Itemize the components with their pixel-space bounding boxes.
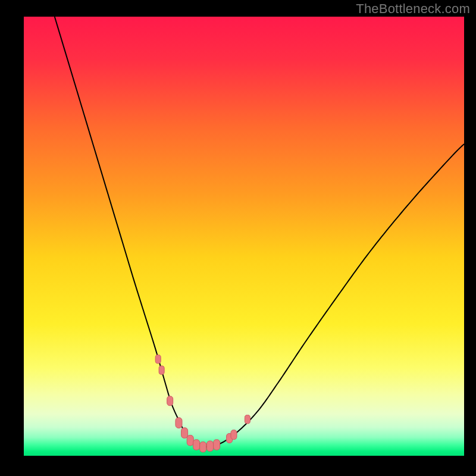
- curve-marker: [245, 415, 250, 424]
- curve-marker: [214, 440, 220, 450]
- curve-marker: [200, 441, 206, 452]
- curve-marker: [159, 366, 164, 374]
- watermark-label: TheBottleneck.com: [356, 1, 470, 17]
- curve-marker: [231, 430, 237, 440]
- curve-marker: [155, 355, 161, 363]
- chart-frame: TheBottleneck.com: [0, 0, 476, 476]
- curve-marker: [193, 440, 200, 450]
- plot-area: [24, 17, 464, 456]
- curve-marker: [187, 435, 193, 446]
- chart-svg: [24, 17, 464, 456]
- plot-background: [24, 17, 464, 456]
- curve-marker: [176, 418, 182, 428]
- curve-marker: [207, 441, 214, 452]
- curve-marker: [167, 396, 173, 406]
- curve-marker: [181, 428, 188, 439]
